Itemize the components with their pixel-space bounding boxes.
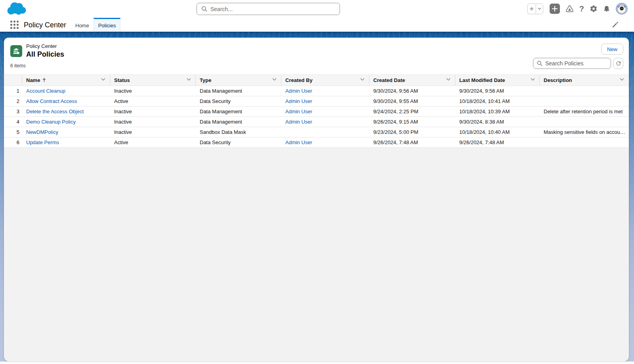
app-navigation-bar: Policy Center HomePolicies — [0, 18, 634, 32]
trailhead-icon — [565, 5, 574, 13]
row-number-cell: 1 — [4, 86, 22, 96]
type-cell: Sandbox Data Mask — [196, 127, 281, 137]
policy-object-icon — [10, 45, 22, 57]
item-count: 6 items — [10, 63, 26, 69]
description-cell: Masking sensitive fields on accou… — [540, 127, 629, 137]
user-avatar[interactable] — [616, 3, 628, 15]
column-header-description[interactable]: Description — [540, 75, 629, 86]
favorites-group: ★ — [527, 4, 543, 14]
trailhead-button[interactable] — [565, 5, 574, 13]
column-header-created-by[interactable]: Created By — [281, 75, 369, 86]
created-by-link[interactable]: Admin User — [285, 109, 312, 114]
modified-date-cell: 9/30/2024, 8:38 AM — [455, 117, 540, 127]
list-search-input[interactable] — [542, 60, 602, 67]
created-by-link[interactable]: Admin User — [285, 139, 312, 145]
edit-navigation-pencil-icon[interactable] — [612, 21, 618, 29]
favorites-dropdown-button[interactable] — [536, 4, 543, 14]
type-cell: Data Management — [196, 117, 281, 127]
row-number-cell: 3 — [4, 107, 22, 117]
column-menu-button[interactable] — [620, 78, 624, 81]
description-cell: Delete after retention period is met — [540, 107, 629, 117]
chevron-down-icon — [272, 78, 277, 81]
status-cell: Active — [110, 96, 196, 107]
type-cell: Data Security — [196, 137, 281, 148]
created-by-link[interactable]: Admin User — [285, 88, 312, 94]
status-cell: Inactive — [110, 127, 196, 137]
global-search — [197, 3, 340, 15]
column-menu-button[interactable] — [187, 78, 191, 81]
policy-name-link[interactable]: Delete the Access Object — [26, 109, 84, 114]
created-date-cell: 9/26/2024, 9:15 AM — [369, 117, 455, 127]
created-by-cell: Admin User — [281, 96, 369, 107]
nav-tab-policies[interactable]: Policies — [94, 18, 121, 32]
table-row: 2Allow Contract AccessActiveData Securit… — [4, 96, 629, 107]
table-row: 6Update PermsActiveData SecurityAdmin Us… — [4, 137, 629, 148]
gear-icon — [590, 5, 598, 13]
nav-tabs: HomePolicies — [71, 18, 120, 32]
created-by-cell — [281, 127, 369, 137]
global-header: ★ ? — [0, 0, 634, 18]
chevron-down-icon — [531, 78, 535, 81]
new-button[interactable]: New — [601, 44, 623, 55]
salesforce-logo[interactable] — [6, 1, 27, 17]
chevron-down-icon — [620, 78, 624, 81]
created-by-cell: Admin User — [281, 86, 369, 96]
policy-name-link[interactable]: Demo Cleanup Policy — [26, 119, 76, 125]
list-search — [533, 58, 611, 69]
column-header-last-modified-date[interactable]: Last Modified Date — [455, 75, 540, 86]
search-icon — [537, 61, 542, 66]
status-cell: Inactive — [110, 117, 196, 127]
policy-name-link[interactable]: Allow Contract Access — [26, 98, 77, 104]
row-number-cell: 6 — [4, 137, 22, 148]
column-header-name[interactable]: Name — [22, 75, 110, 86]
favorites-star-button[interactable]: ★ — [528, 4, 536, 14]
chevron-down-icon — [446, 78, 451, 81]
column-menu-button[interactable] — [446, 78, 451, 81]
column-header-status[interactable]: Status — [110, 75, 196, 86]
column-header-created-date[interactable]: Created Date — [369, 75, 455, 86]
modified-date-cell: 10/18/2024, 10:41 AM — [455, 96, 540, 107]
column-header-type[interactable]: Type — [196, 75, 281, 86]
page-background: Policy Center All Policies New 6 items N… — [0, 32, 634, 364]
column-menu-button[interactable] — [360, 78, 365, 81]
description-cell — [540, 117, 629, 127]
name-cell: Demo Cleanup Policy — [22, 117, 110, 127]
app-launcher-waffle-icon[interactable] — [10, 20, 19, 29]
help-button[interactable]: ? — [579, 4, 584, 13]
type-cell: Data Management — [196, 86, 281, 96]
name-cell: Delete the Access Object — [22, 107, 110, 117]
search-icon — [201, 6, 207, 12]
chevron-down-icon — [360, 78, 365, 81]
setup-gear-button[interactable] — [590, 5, 598, 13]
column-header-rownumber — [4, 75, 22, 86]
column-menu-button[interactable] — [272, 78, 277, 81]
name-cell: Account Cleanup — [22, 86, 110, 96]
bell-icon — [603, 5, 610, 13]
description-cell — [540, 137, 629, 148]
chevron-down-icon — [101, 78, 105, 81]
page-title: All Policies — [26, 50, 64, 59]
page-title-block: Policy Center All Policies — [26, 43, 64, 59]
application-window: ★ ? Policy Center HomePolicies — [0, 0, 634, 364]
description-cell — [540, 86, 629, 96]
column-menu-button[interactable] — [101, 78, 105, 81]
nav-tab-home[interactable]: Home — [71, 18, 94, 32]
chevron-down-icon — [538, 8, 541, 10]
policy-name-link[interactable]: NewDMPolicy — [26, 129, 58, 135]
created-by-link[interactable]: Admin User — [285, 98, 312, 104]
name-cell: Allow Contract Access — [22, 96, 110, 107]
refresh-button[interactable] — [613, 58, 623, 69]
global-actions-button[interactable] — [550, 4, 560, 14]
table-row: 3Delete the Access ObjectInactiveData Ma… — [4, 107, 629, 117]
global-search-input[interactable] — [207, 6, 340, 12]
policy-name-link[interactable]: Account Cleanup — [26, 88, 65, 94]
table-row: 1Account CleanupInactiveData ManagementA… — [4, 86, 629, 96]
policy-name-link[interactable]: Update Perms — [26, 139, 59, 145]
column-menu-button[interactable] — [531, 78, 535, 81]
modified-date-cell: 9/30/2024, 9:56 AM — [455, 86, 540, 96]
notifications-bell-button[interactable] — [603, 5, 610, 13]
description-cell — [540, 96, 629, 107]
created-by-link[interactable]: Admin User — [285, 119, 312, 125]
created-date-cell: 9/26/2024, 7:48 AM — [369, 137, 455, 148]
policies-table: NameStatusTypeCreated ByCreated DateLast… — [4, 74, 629, 148]
